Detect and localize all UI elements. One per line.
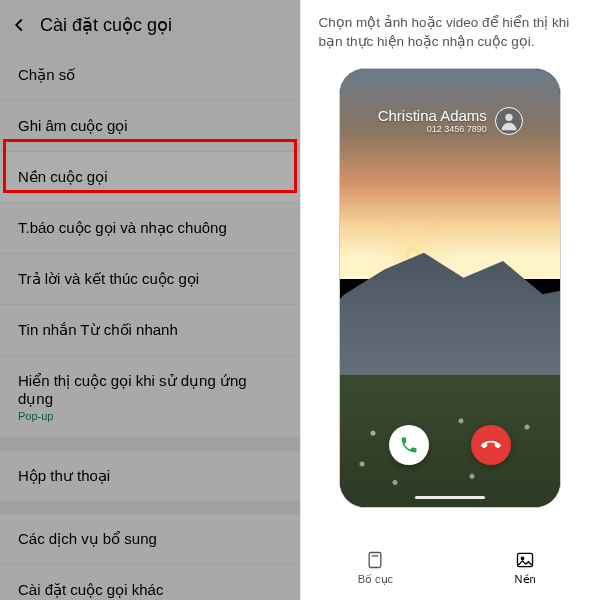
list-item[interactable]: Hiển thị cuộc gọi khi sử dụng ứng dụng P… — [0, 356, 300, 439]
description-text: Chọn một ảnh hoặc video để hiển thị khi … — [301, 0, 601, 62]
header-title: Cài đặt cuộc gọi — [40, 14, 172, 36]
section-gap — [0, 439, 300, 451]
layout-icon — [365, 550, 385, 570]
svg-rect-1 — [370, 553, 382, 568]
tab-background[interactable]: Nền — [450, 536, 600, 600]
item-sublabel: Pop-up — [18, 410, 282, 422]
bottom-tabs: Bố cục Nền — [301, 536, 601, 600]
list-item-call-background[interactable]: Nền cuộc gọi — [0, 152, 300, 203]
accept-call-button[interactable] — [389, 425, 429, 465]
item-label: Hiển thị cuộc gọi khi sử dụng ứng dụng — [18, 372, 282, 408]
settings-list: Chặn số Ghi âm cuộc gọi Nền cuộc gọi T.b… — [0, 50, 300, 600]
item-label: Trả lời và kết thúc cuộc gọi — [18, 270, 199, 287]
preview-wrap: Christina Adams 012 3456 7890 — [301, 62, 601, 536]
caller-name: Christina Adams — [378, 107, 487, 124]
svg-point-4 — [521, 557, 524, 560]
app-container: Cài đặt cuộc gọi Chặn số Ghi âm cuộc gọi… — [0, 0, 600, 600]
tab-label: Bố cục — [358, 573, 393, 586]
item-label: T.báo cuộc gọi và nhạc chuông — [18, 219, 227, 236]
back-icon[interactable] — [8, 14, 30, 36]
list-item[interactable]: Các dịch vụ bổ sung — [0, 514, 300, 565]
section-gap — [0, 502, 300, 514]
svg-point-0 — [505, 113, 512, 120]
caller-number: 012 3456 7890 — [378, 124, 487, 134]
item-label: Cài đặt cuộc gọi khác — [18, 581, 163, 598]
item-label: Các dịch vụ bổ sung — [18, 530, 157, 547]
settings-panel: Cài đặt cuộc gọi Chặn số Ghi âm cuộc gọi… — [0, 0, 300, 600]
avatar — [495, 107, 523, 135]
list-item[interactable]: Hộp thư thoại — [0, 451, 300, 502]
settings-header: Cài đặt cuộc gọi — [0, 0, 300, 50]
item-label: Tin nhắn Từ chối nhanh — [18, 321, 178, 338]
list-item[interactable]: Ghi âm cuộc gọi — [0, 101, 300, 152]
list-item[interactable]: Chặn số — [0, 50, 300, 101]
list-item[interactable]: Trả lời và kết thúc cuộc gọi — [0, 254, 300, 305]
phone-preview[interactable]: Christina Adams 012 3456 7890 — [339, 68, 561, 508]
list-item[interactable]: Cài đặt cuộc gọi khác — [0, 565, 300, 600]
decline-call-button[interactable] — [471, 425, 511, 465]
caller-info: Christina Adams 012 3456 7890 — [340, 107, 560, 135]
call-actions — [340, 425, 560, 465]
home-indicator — [415, 496, 485, 499]
tab-layout[interactable]: Bố cục — [301, 536, 451, 600]
item-label: Hộp thư thoại — [18, 467, 110, 484]
preview-panel: Chọn một ảnh hoặc video để hiển thị khi … — [301, 0, 601, 600]
item-label: Ghi âm cuộc gọi — [18, 117, 128, 134]
list-item[interactable]: T.báo cuộc gọi và nhạc chuông — [0, 203, 300, 254]
item-label: Nền cuộc gọi — [18, 168, 108, 185]
list-item[interactable]: Tin nhắn Từ chối nhanh — [0, 305, 300, 356]
item-label: Chặn số — [18, 66, 75, 83]
image-icon — [515, 550, 535, 570]
tab-label: Nền — [515, 573, 536, 586]
svg-rect-3 — [518, 553, 533, 566]
